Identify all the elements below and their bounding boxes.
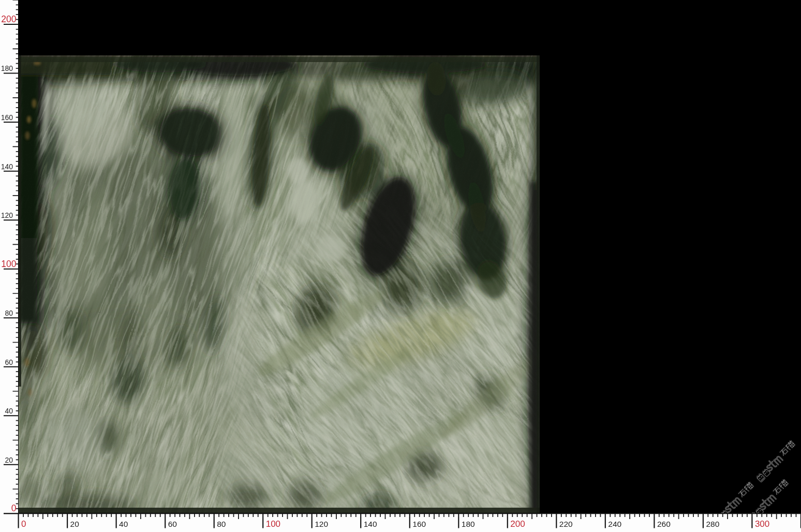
svg-text:200: 200 xyxy=(510,519,525,529)
svg-text:300: 300 xyxy=(755,519,769,529)
svg-text:240: 240 xyxy=(608,520,621,528)
svg-text:80: 80 xyxy=(5,309,13,317)
svg-text:180: 180 xyxy=(1,64,13,72)
svg-text:220: 220 xyxy=(559,520,573,528)
svg-text:100: 100 xyxy=(1,259,16,269)
svg-text:140: 140 xyxy=(364,520,377,528)
svg-text:120: 120 xyxy=(1,211,13,219)
svg-text:60: 60 xyxy=(168,520,177,528)
svg-text:140: 140 xyxy=(1,162,13,171)
svg-text:260: 260 xyxy=(657,520,671,528)
svg-text:120: 120 xyxy=(315,520,328,528)
svg-text:180: 180 xyxy=(462,520,475,528)
svg-text:80: 80 xyxy=(217,520,226,528)
svg-text:100: 100 xyxy=(266,519,280,529)
svg-text:20: 20 xyxy=(5,456,13,464)
svg-text:0: 0 xyxy=(21,519,26,529)
svg-text:20: 20 xyxy=(70,520,80,528)
svg-text:160: 160 xyxy=(412,520,426,528)
svg-text:160: 160 xyxy=(1,113,13,122)
svg-text:280: 280 xyxy=(706,520,719,528)
svg-text:60: 60 xyxy=(5,358,13,366)
svg-text:200: 200 xyxy=(1,14,16,24)
svg-text:40: 40 xyxy=(119,520,128,528)
svg-text:40: 40 xyxy=(5,407,13,415)
svg-text:0: 0 xyxy=(11,503,17,513)
